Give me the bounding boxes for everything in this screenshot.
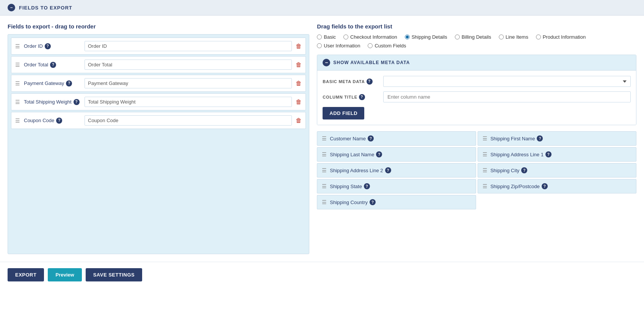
basic-meta-select[interactable] <box>383 76 631 87</box>
radio-product[interactable] <box>536 35 541 39</box>
radio-shipping[interactable] <box>405 35 410 39</box>
meta-box: − SHOW AVAILABLE META DATA BASIC META DA… <box>317 55 636 125</box>
meta-box-toggle[interactable]: − <box>323 59 330 66</box>
drag-field-item[interactable]: ☰ Shipping City ? <box>478 163 636 178</box>
field-name-input[interactable] <box>85 41 292 51</box>
field-help-icon[interactable]: ? <box>66 80 72 86</box>
drag-field-item[interactable]: ☰ Shipping Country ? <box>317 195 476 209</box>
drag-handle-icon[interactable]: ☰ <box>15 99 20 105</box>
radio-userinfo[interactable] <box>317 43 322 48</box>
add-field-button[interactable]: ADD FIELD <box>323 107 364 119</box>
field-name-input[interactable] <box>85 97 292 107</box>
column-title-input[interactable] <box>383 91 631 102</box>
drag-field-help-icon[interactable]: ? <box>385 167 391 173</box>
fields-list-container: ☰ Order ID ? 🗑 ☰ Order Total ? 🗑 ☰ Payme… <box>8 34 309 254</box>
radio-item-product[interactable]: Product Information <box>536 34 586 40</box>
drag-fields-grid: ☰ Customer Name ? ☰ Shipping First Name … <box>317 131 636 209</box>
drag-field-name: Shipping City ? <box>490 167 528 173</box>
drag-field-help-icon[interactable]: ? <box>368 135 374 141</box>
field-help-icon[interactable]: ? <box>74 99 80 105</box>
drag-field-item[interactable]: ☰ Shipping Last Name ? <box>317 147 476 162</box>
drag-field-item[interactable]: ☰ Shipping Address Line 1 ? <box>478 147 636 162</box>
drag-handle-icon[interactable]: ☰ <box>322 183 327 189</box>
drag-handle-icon[interactable]: ☰ <box>322 167 327 173</box>
drag-field-help-icon[interactable]: ? <box>542 183 548 189</box>
drag-field-help-icon[interactable]: ? <box>521 167 527 173</box>
basic-meta-label: BASIC META DATA ? <box>323 79 379 85</box>
right-panel-title: Drag fields to the export list <box>317 23 636 30</box>
radio-item-billing[interactable]: Billing Details <box>455 34 491 40</box>
drag-field-help-icon[interactable]: ? <box>364 183 370 189</box>
drag-field-help-icon[interactable]: ? <box>537 135 543 141</box>
drag-handle-icon[interactable]: ☰ <box>483 135 487 141</box>
column-title-row: COLUMN TITLE ? <box>323 91 631 102</box>
column-title-help-icon[interactable]: ? <box>359 94 365 100</box>
radio-label-lineitems: Line Items <box>506 34 528 40</box>
radio-group: Basic Checkout Information Shipping Deta… <box>317 34 636 49</box>
top-bar-title: FIELDS TO EXPORT <box>19 5 72 11</box>
drag-field-item[interactable]: ☰ Customer Name ? <box>317 131 476 146</box>
radio-item-shipping[interactable]: Shipping Details <box>405 34 447 40</box>
drag-handle-icon[interactable]: ☰ <box>15 43 20 49</box>
drag-handle-icon[interactable]: ☰ <box>483 167 487 173</box>
delete-field-icon[interactable]: 🗑 <box>296 117 302 124</box>
drag-handle-icon[interactable]: ☰ <box>322 199 327 205</box>
drag-handle-icon[interactable]: ☰ <box>483 183 487 189</box>
drag-field-item[interactable]: ☰ Shipping Address Line 2 ? <box>317 163 476 178</box>
drag-field-help-icon[interactable]: ? <box>376 151 382 157</box>
delete-field-icon[interactable]: 🗑 <box>296 43 302 50</box>
drag-field-help-icon[interactable]: ? <box>370 199 376 205</box>
radio-label-billing: Billing Details <box>462 34 491 40</box>
main-content: Fields to export - drag to reorder ☰ Ord… <box>0 16 644 262</box>
drag-field-item[interactable]: ☰ Shipping State ? <box>317 179 476 193</box>
field-help-icon[interactable]: ? <box>56 118 62 124</box>
radio-lineitems[interactable] <box>499 35 504 39</box>
drag-field-help-icon[interactable]: ? <box>545 151 552 157</box>
export-button[interactable]: EXPORT <box>8 268 44 281</box>
drag-field-item[interactable]: ☰ Shipping First Name ? <box>478 131 636 146</box>
drag-field-item[interactable]: ☰ Shipping Zip/Postcode ? <box>478 179 636 193</box>
radio-label-product: Product Information <box>543 34 586 40</box>
radio-item-basic[interactable]: Basic <box>317 34 336 40</box>
preview-button[interactable]: Preview <box>48 268 81 281</box>
field-row: ☰ Total Shipping Weight ? 🗑 <box>11 93 306 110</box>
drag-handle-icon[interactable]: ☰ <box>483 151 487 157</box>
add-field-row: ADD FIELD <box>323 107 631 119</box>
field-name-input[interactable] <box>85 115 292 126</box>
radio-custom[interactable] <box>368 43 373 48</box>
save-settings-button[interactable]: SAVE SETTINGS <box>86 268 143 281</box>
drag-handle-icon[interactable]: ☰ <box>322 135 327 141</box>
radio-label-basic: Basic <box>324 34 336 40</box>
bottom-bar: EXPORT Preview SAVE SETTINGS <box>0 262 644 288</box>
meta-box-body: BASIC META DATA ? COLUMN TITLE ? <box>317 71 636 125</box>
drag-handle-icon[interactable]: ☰ <box>322 151 327 157</box>
drag-field-name: Shipping Last Name ? <box>330 151 382 157</box>
radio-checkout[interactable] <box>343 35 348 39</box>
radio-label-shipping: Shipping Details <box>412 34 447 40</box>
field-label: Total Shipping Weight ? <box>24 99 85 105</box>
radio-item-custom[interactable]: Custom Fields <box>368 43 406 49</box>
radio-item-userinfo[interactable]: User Information <box>317 43 360 49</box>
field-help-icon[interactable]: ? <box>50 62 56 68</box>
radio-billing[interactable] <box>455 35 460 39</box>
delete-field-icon[interactable]: 🗑 <box>296 99 302 105</box>
delete-field-icon[interactable]: 🗑 <box>296 61 302 68</box>
field-name-input[interactable] <box>85 78 292 88</box>
drag-handle-icon[interactable]: ☰ <box>15 62 20 68</box>
field-row: ☰ Coupon Code ? 🗑 <box>11 112 306 129</box>
field-name-input[interactable] <box>85 60 292 70</box>
delete-field-icon[interactable]: 🗑 <box>296 80 302 87</box>
right-panel: Drag fields to the export list Basic Che… <box>317 23 636 254</box>
radio-basic[interactable] <box>317 35 322 39</box>
radio-label-userinfo: User Information <box>324 43 360 49</box>
field-label: Order Total ? <box>24 62 85 68</box>
field-help-icon[interactable]: ? <box>45 43 51 49</box>
radio-item-lineitems[interactable]: Line Items <box>499 34 528 40</box>
drag-field-name: Shipping State ? <box>330 183 370 189</box>
field-label: Payment Gateway ? <box>24 80 85 86</box>
drag-handle-icon[interactable]: ☰ <box>15 118 20 124</box>
drag-handle-icon[interactable]: ☰ <box>15 80 20 86</box>
radio-item-checkout[interactable]: Checkout Information <box>343 34 397 40</box>
basic-meta-help-icon[interactable]: ? <box>367 79 373 85</box>
radio-label-checkout: Checkout Information <box>350 34 397 40</box>
